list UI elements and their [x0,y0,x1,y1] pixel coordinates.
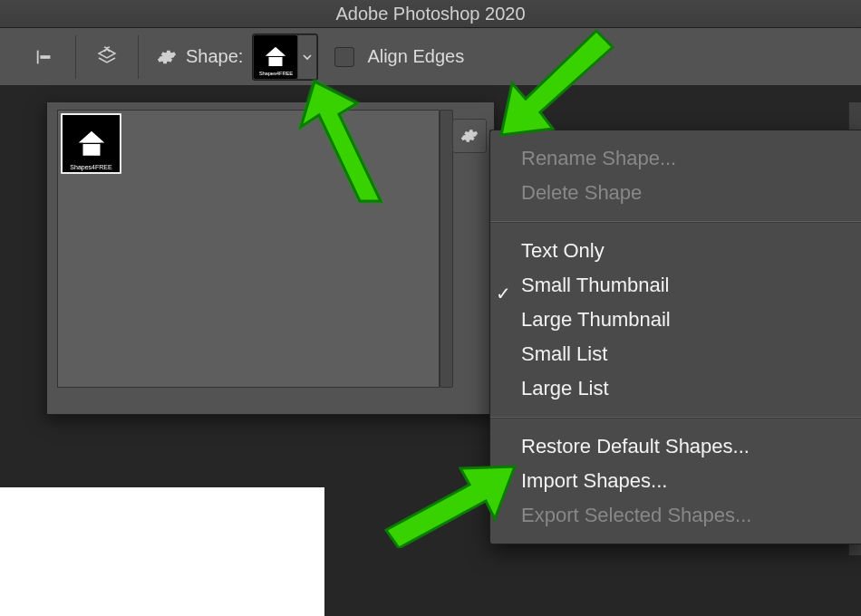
shape-label: Shape: [186,46,243,67]
title-bar: Adobe Photoshop 2020 [0,0,861,28]
shape-picker-panel: Shapes4FREE [46,102,495,415]
canvas[interactable] [0,487,324,616]
align-edges-label: Align Edges [367,46,464,67]
svg-rect-1 [40,55,50,59]
divider [138,35,139,79]
swatch-caption: Shapes4FREE [255,71,296,76]
menu-small-list[interactable]: Small List [490,337,861,371]
menu-small-thumbnail-label: Small Thumbnail [521,274,669,296]
menu-delete-shape: Delete Shape [490,176,861,210]
menu-separator [490,221,861,223]
shape-thumb-caption: Shapes4FREE [63,164,120,170]
svg-rect-3 [82,140,100,142]
divider [75,35,76,79]
align-tool-icon[interactable] [32,44,57,70]
panel-gear-button[interactable] [452,119,487,153]
menu-rename-shape: Rename Shape... [490,141,861,176]
menu-small-thumbnail[interactable]: ✓ Small Thumbnail [490,268,861,303]
app-title: Adobe Photoshop 2020 [335,4,525,24]
menu-text-only[interactable]: Text Only [490,234,861,268]
shape-grid[interactable]: Shapes4FREE [57,110,440,388]
gear-icon[interactable] [157,47,177,67]
scrollbar[interactable] [440,110,453,388]
menu-large-thumbnail[interactable]: Large Thumbnail [490,303,861,337]
shape-swatch[interactable]: Shapes4FREE [254,35,297,79]
shape-context-menu: Rename Shape... Delete Shape Text Only ✓… [489,130,861,544]
menu-restore-default-shapes[interactable]: Restore Default Shapes... [490,429,861,464]
menu-large-list[interactable]: Large List [490,371,861,406]
svg-rect-2 [269,53,283,56]
menu-import-shapes[interactable]: Import Shapes... [490,464,861,498]
chevron-down-icon[interactable] [297,35,316,79]
menu-export-selected-shapes: Export Selected Shapes... [490,498,861,533]
menu-separator [490,417,861,419]
options-bar: Shape: Shapes4FREE Align Edges [0,28,861,86]
shape-thumb[interactable]: Shapes4FREE [61,113,121,174]
shape-picker[interactable]: Shapes4FREE [252,34,318,81]
svg-rect-0 [37,50,39,63]
align-edges-checkbox[interactable] [334,47,354,67]
layers-icon[interactable] [94,44,120,70]
